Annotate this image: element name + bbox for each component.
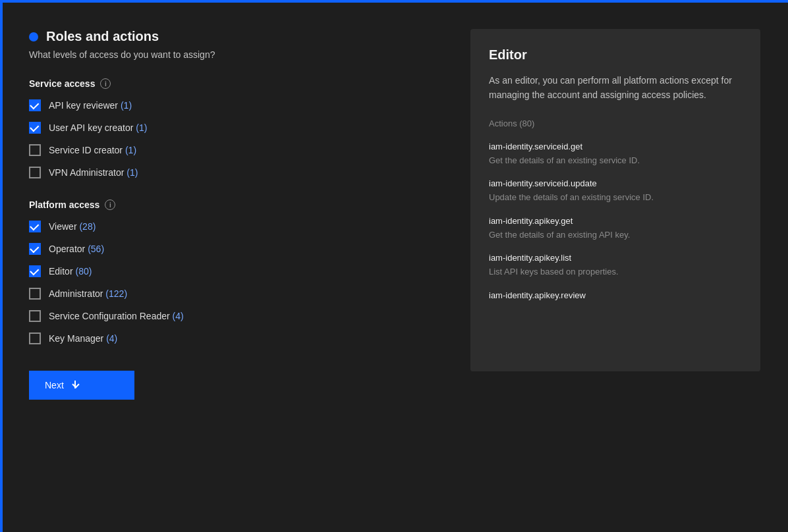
action-item-apikey-review: iam-identity.apikey.review <box>489 290 742 300</box>
user-api-key-creator-count: (1) <box>136 122 147 133</box>
top-accent-bar <box>0 0 788 3</box>
action-name-apikey-list: iam-identity.apikey.list <box>489 253 742 263</box>
checkbox-key-manager-label: Key Manager (4) <box>49 333 117 344</box>
checkbox-operator-label: Operator (56) <box>49 244 104 254</box>
platform-access-label: Platform access <box>29 200 99 210</box>
api-key-reviewer-count: (1) <box>121 100 132 111</box>
checkbox-user-api-key-creator-label: User API key creator (1) <box>49 122 147 133</box>
service-id-creator-count: (1) <box>125 145 136 155</box>
checkbox-operator[interactable]: Operator (56) <box>29 243 457 255</box>
service-access-label: Service access <box>29 78 95 89</box>
panel-title: Editor <box>489 47 742 63</box>
checkbox-administrator-input[interactable] <box>29 288 41 300</box>
action-item-apikey-list: iam-identity.apikey.list List API keys b… <box>489 253 742 279</box>
checkbox-editor[interactable]: Editor (80) <box>29 265 457 277</box>
checkbox-service-configuration-reader-input[interactable] <box>29 310 41 322</box>
next-button-arrow-icon <box>70 381 80 390</box>
checkbox-viewer[interactable]: Viewer (28) <box>29 221 457 232</box>
service-access-header: Service access i <box>29 78 457 89</box>
left-panel: Roles and actions What levels of access … <box>29 29 457 512</box>
checkbox-administrator[interactable]: Administrator (122) <box>29 288 457 300</box>
left-accent-bar <box>0 0 3 532</box>
next-button[interactable]: Next <box>29 371 134 400</box>
section-subtitle: What levels of access do you want to ass… <box>29 49 457 60</box>
action-desc-serviceid-update: Update the details of an existing servic… <box>489 191 742 204</box>
checkbox-service-id-creator[interactable]: Service ID creator (1) <box>29 144 457 156</box>
checkbox-api-key-reviewer-input[interactable] <box>29 99 41 111</box>
action-name-apikey-review: iam-identity.apikey.review <box>489 290 742 300</box>
checkbox-service-configuration-reader[interactable]: Service Configuration Reader (4) <box>29 310 457 322</box>
checkbox-editor-label: Editor (80) <box>49 266 92 277</box>
checkbox-vpn-administrator-input[interactable] <box>29 167 41 178</box>
platform-access-checkbox-group: Viewer (28) Operator (56) Editor (80) <box>29 221 457 344</box>
section-header: Roles and actions <box>29 29 457 44</box>
action-item-serviceid-update: iam-identity.serviceid.update Update the… <box>489 178 742 204</box>
actions-label: Actions (80) <box>489 119 742 128</box>
panel-description: As an editor, you can perform all platfo… <box>489 73 742 103</box>
administrator-count: (122) <box>105 288 127 299</box>
action-item-apikey-get: iam-identity.apikey.get Get the details … <box>489 216 742 242</box>
checkbox-operator-input[interactable] <box>29 243 41 255</box>
checkbox-api-key-reviewer[interactable]: API key reviewer (1) <box>29 99 457 111</box>
right-panel: Editor As an editor, you can perform all… <box>470 29 760 371</box>
content-area: Roles and actions What levels of access … <box>3 3 788 532</box>
action-desc-apikey-get: Get the details of an existing API key. <box>489 228 742 242</box>
checkbox-viewer-label: Viewer (28) <box>49 221 96 232</box>
service-access-info-icon[interactable]: i <box>100 78 111 89</box>
checkbox-key-manager[interactable]: Key Manager (4) <box>29 332 457 344</box>
checkbox-administrator-label: Administrator (122) <box>49 288 127 299</box>
key-manager-count: (4) <box>106 333 117 344</box>
action-desc-serviceid-get: Get the details of an existing service I… <box>489 154 742 167</box>
checkbox-user-api-key-creator[interactable]: User API key creator (1) <box>29 122 457 134</box>
checkbox-service-id-creator-input[interactable] <box>29 144 41 156</box>
panel-fade-overlay <box>470 345 760 371</box>
checkbox-viewer-input[interactable] <box>29 221 41 232</box>
checkbox-service-configuration-reader-label: Service Configuration Reader (4) <box>49 311 184 321</box>
action-name-apikey-get: iam-identity.apikey.get <box>489 216 742 226</box>
checkbox-api-key-reviewer-label: API key reviewer (1) <box>49 100 132 111</box>
action-desc-apikey-list: List API keys based on properties. <box>489 265 742 279</box>
section-indicator-dot <box>29 32 38 41</box>
operator-count: (56) <box>88 244 104 254</box>
action-item-serviceid-get: iam-identity.serviceid.get Get the detai… <box>489 142 742 167</box>
checkbox-service-id-creator-label: Service ID creator (1) <box>49 145 136 155</box>
checkbox-key-manager-input[interactable] <box>29 332 41 344</box>
action-name-serviceid-update: iam-identity.serviceid.update <box>489 178 742 188</box>
main-container: Roles and actions What levels of access … <box>0 0 788 532</box>
viewer-count: (28) <box>79 221 96 232</box>
service-access-checkbox-group: API key reviewer (1) User API key creato… <box>29 99 457 178</box>
editor-count: (80) <box>75 266 92 277</box>
checkbox-editor-input[interactable] <box>29 265 41 277</box>
platform-access-info-icon[interactable]: i <box>105 200 115 210</box>
checkbox-vpn-administrator[interactable]: VPN Administrator (1) <box>29 167 457 178</box>
service-configuration-reader-count: (4) <box>173 311 184 321</box>
platform-access-header: Platform access i <box>29 200 457 210</box>
next-button-label: Next <box>45 380 64 390</box>
checkbox-vpn-administrator-label: VPN Administrator (1) <box>49 167 138 178</box>
checkbox-user-api-key-creator-input[interactable] <box>29 122 41 134</box>
action-name-serviceid-get: iam-identity.serviceid.get <box>489 142 742 151</box>
vpn-administrator-count: (1) <box>127 167 138 178</box>
page-title: Roles and actions <box>46 29 159 44</box>
